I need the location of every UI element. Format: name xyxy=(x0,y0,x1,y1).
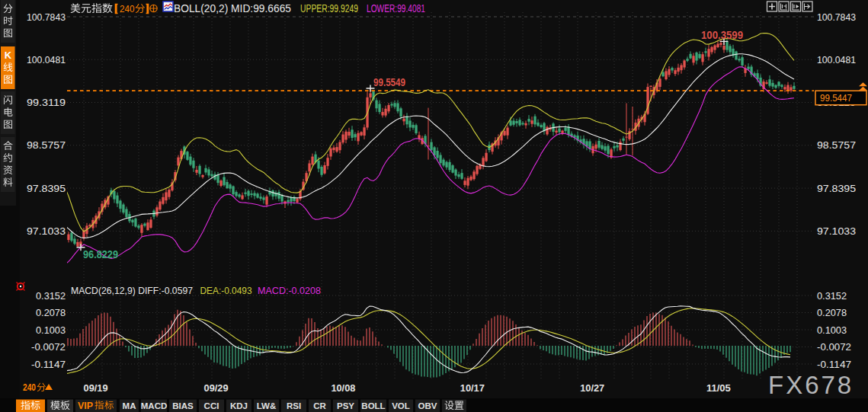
svg-text:-0.1147: -0.1147 xyxy=(817,359,851,370)
svg-text:100.7843: 100.7843 xyxy=(817,11,856,23)
svg-text:BOLL: BOLL xyxy=(361,401,385,410)
svg-text:LW&: LW& xyxy=(257,401,277,410)
svg-text:-0.1147: -0.1147 xyxy=(31,359,66,370)
svg-text:0.1003: 0.1003 xyxy=(36,324,66,336)
svg-text:-0.0072: -0.0072 xyxy=(817,341,851,353)
svg-text:RSI: RSI xyxy=(287,401,301,410)
svg-text:98.5757: 98.5757 xyxy=(817,139,856,151)
svg-text:11/05: 11/05 xyxy=(706,382,731,394)
svg-text:100.7843: 100.7843 xyxy=(27,11,66,23)
svg-text:97.1033: 97.1033 xyxy=(27,225,66,237)
svg-text:LOWER:99.4081: LOWER:99.4081 xyxy=(367,2,425,14)
svg-text:0.2078: 0.2078 xyxy=(36,307,66,318)
svg-text:0.3152: 0.3152 xyxy=(817,290,847,302)
svg-text:MACD:-0.0208: MACD:-0.0208 xyxy=(258,285,321,296)
svg-text:09/19: 09/19 xyxy=(84,382,108,394)
svg-text:PSY: PSY xyxy=(337,401,354,410)
svg-text:MACD: MACD xyxy=(141,401,168,410)
svg-text:99.3119: 99.3119 xyxy=(27,97,66,108)
svg-text:MA: MA xyxy=(123,401,136,410)
svg-text:240: 240 xyxy=(120,3,135,14)
svg-text:FX678: FX678 xyxy=(768,371,854,399)
svg-text:09/29: 09/29 xyxy=(204,382,229,394)
svg-text:100.0481: 100.0481 xyxy=(27,54,66,65)
svg-text:BOLL(20,2) MID:99.6665: BOLL(20,2) MID:99.6665 xyxy=(174,2,291,14)
svg-text:OBV: OBV xyxy=(418,401,437,410)
svg-text:100.3599: 100.3599 xyxy=(701,29,743,41)
svg-text:VOL: VOL xyxy=(392,401,410,410)
svg-text:K: K xyxy=(5,50,12,61)
svg-text:KDJ: KDJ xyxy=(230,401,248,410)
svg-text:UPPER:99.9249: UPPER:99.9249 xyxy=(300,2,358,14)
svg-text:BIAS: BIAS xyxy=(172,401,194,410)
svg-text:CCI: CCI xyxy=(204,401,219,410)
svg-text:98.5757: 98.5757 xyxy=(27,139,66,151)
svg-text:VIP: VIP xyxy=(78,401,93,411)
svg-text:99.5447: 99.5447 xyxy=(820,92,852,104)
svg-text:97.8395: 97.8395 xyxy=(27,183,66,194)
svg-text:MACD(26,12,9) DIFF:-0.0597: MACD(26,12,9) DIFF:-0.0597 xyxy=(71,285,193,296)
svg-text:-0.0072: -0.0072 xyxy=(31,341,66,353)
svg-text:10/27: 10/27 xyxy=(580,382,604,394)
svg-text:240: 240 xyxy=(23,382,36,393)
svg-text:0.2078: 0.2078 xyxy=(817,307,847,318)
svg-text:0.1003: 0.1003 xyxy=(817,324,847,336)
svg-text:96.8229: 96.8229 xyxy=(83,248,118,260)
svg-text:DEA:-0.0493: DEA:-0.0493 xyxy=(200,285,252,296)
svg-text:99.5549: 99.5549 xyxy=(373,76,405,88)
svg-text:10/17: 10/17 xyxy=(460,382,485,394)
svg-text:CR: CR xyxy=(313,401,326,410)
svg-text:97.1033: 97.1033 xyxy=(817,225,856,237)
svg-text:100.0481: 100.0481 xyxy=(817,54,856,65)
svg-text:10/08: 10/08 xyxy=(331,382,355,394)
svg-text:97.8395: 97.8395 xyxy=(817,183,856,194)
svg-text:0.3152: 0.3152 xyxy=(36,290,66,302)
